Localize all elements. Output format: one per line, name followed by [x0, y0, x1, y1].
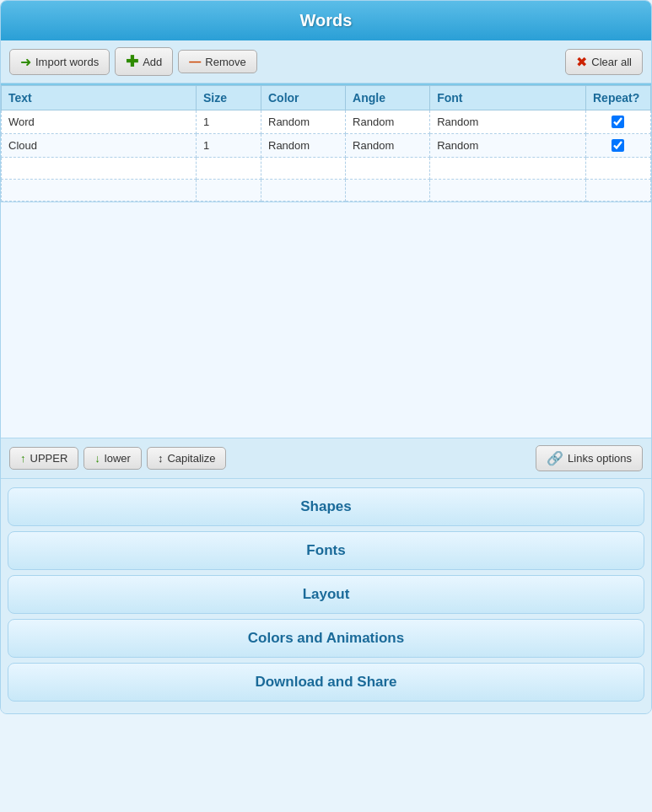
- repeat-checkbox[interactable]: [612, 116, 624, 128]
- remove-icon: —: [189, 55, 201, 68]
- table-cell[interactable]: Random: [430, 134, 586, 158]
- empty-space: [1, 202, 651, 438]
- col-header-font: Font: [430, 86, 586, 110]
- case-toolbar: ↑ UPPER ↓ lower ↕ Capitalize 🔗 Links opt…: [1, 438, 651, 479]
- main-container: Words ➜ Import words ✚ Add — Remove ✖ Cl…: [0, 0, 652, 714]
- clear-all-button[interactable]: ✖ Clear all: [565, 49, 643, 75]
- words-table: Text Size Color Angle Font Repeat? Word1…: [1, 85, 651, 202]
- table-cell[interactable]: Random: [261, 134, 346, 158]
- empty-cell: [2, 180, 197, 202]
- col-header-color: Color: [261, 86, 346, 110]
- empty-cell: [585, 158, 650, 180]
- empty-cell: [430, 180, 586, 202]
- links-options-button[interactable]: 🔗 Links options: [536, 445, 643, 471]
- table-cell[interactable]: Random: [261, 110, 346, 134]
- empty-cell: [197, 180, 261, 202]
- empty-cell: [2, 158, 197, 180]
- repeat-checkbox[interactable]: [612, 139, 624, 152]
- page-title: Words: [1, 1, 651, 40]
- import-icon: ➜: [20, 54, 31, 70]
- main-toolbar: ➜ Import words ✚ Add — Remove ✖ Clear al…: [1, 40, 651, 83]
- table-cell[interactable]: 1: [197, 134, 261, 158]
- table-cell[interactable]: Cloud: [2, 134, 197, 158]
- clear-icon: ✖: [576, 54, 587, 70]
- table-cell[interactable]: Random: [430, 110, 586, 134]
- remove-button[interactable]: — Remove: [178, 50, 256, 73]
- empty-cell: [197, 158, 261, 180]
- empty-cell: [261, 158, 346, 180]
- links-icon: 🔗: [547, 450, 563, 466]
- words-table-area: Text Size Color Angle Font Repeat? Word1…: [1, 83, 651, 202]
- table-row[interactable]: Cloud1RandomRandomRandom: [2, 134, 651, 158]
- empty-cell: [585, 180, 650, 202]
- capitalize-button[interactable]: ↕ Capitalize: [147, 447, 227, 470]
- table-row-empty: [2, 180, 651, 202]
- upper-icon: ↑: [20, 452, 26, 465]
- table-cell[interactable]: Random: [346, 110, 430, 134]
- empty-cell: [346, 158, 430, 180]
- table-header-row: Text Size Color Angle Font Repeat?: [2, 86, 651, 110]
- empty-cell: [261, 180, 346, 202]
- sections-area: ShapesFontsLayoutColors and AnimationsDo…: [1, 479, 651, 713]
- section-button-colors-and-animations[interactable]: Colors and Animations: [8, 619, 644, 658]
- section-button-layout[interactable]: Layout: [8, 575, 644, 614]
- section-button-shapes[interactable]: Shapes: [8, 487, 644, 526]
- lower-icon: ↓: [94, 452, 100, 465]
- col-header-repeat: Repeat?: [585, 86, 650, 110]
- col-header-size: Size: [197, 86, 261, 110]
- add-icon: ✚: [126, 52, 138, 71]
- table-cell[interactable]: 1: [197, 110, 261, 134]
- empty-cell: [430, 158, 586, 180]
- upper-button[interactable]: ↑ UPPER: [9, 447, 78, 470]
- repeat-cell[interactable]: [585, 134, 650, 158]
- table-row[interactable]: Word1RandomRandomRandom: [2, 110, 651, 134]
- repeat-cell[interactable]: [585, 110, 650, 134]
- table-row-empty: [2, 158, 651, 180]
- capitalize-icon: ↕: [158, 452, 164, 465]
- table-cell[interactable]: Word: [2, 110, 197, 134]
- lower-button[interactable]: ↓ lower: [84, 447, 142, 470]
- col-header-angle: Angle: [346, 86, 430, 110]
- section-button-fonts[interactable]: Fonts: [8, 531, 644, 570]
- col-header-text: Text: [2, 86, 197, 110]
- import-words-button[interactable]: ➜ Import words: [9, 49, 110, 75]
- table-cell[interactable]: Random: [346, 134, 430, 158]
- empty-cell: [346, 180, 430, 202]
- add-button[interactable]: ✚ Add: [115, 47, 173, 76]
- section-button-download-and-share[interactable]: Download and Share: [8, 663, 644, 702]
